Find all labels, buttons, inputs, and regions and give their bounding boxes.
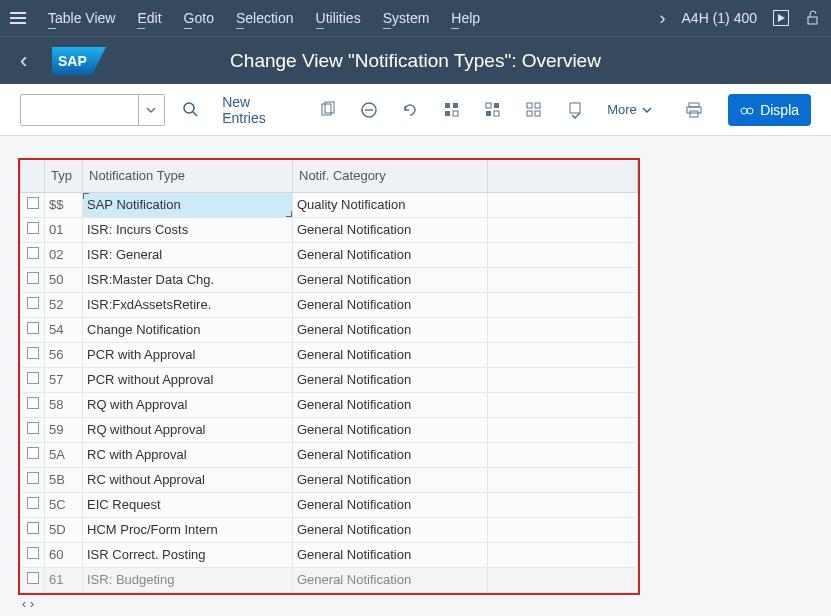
row-notif-category[interactable]: General Notification bbox=[293, 317, 488, 342]
search-icon[interactable] bbox=[175, 94, 206, 126]
select-block-icon[interactable] bbox=[477, 94, 508, 126]
row-notification-type[interactable]: PCR with Approval bbox=[83, 342, 293, 367]
header-typ[interactable]: Typ bbox=[45, 160, 83, 192]
table-row[interactable]: 61ISR: BudgetingGeneral Notification bbox=[21, 567, 638, 592]
row-typ[interactable]: $$ bbox=[45, 192, 83, 217]
row-typ[interactable]: 56 bbox=[45, 342, 83, 367]
row-notification-type[interactable]: ISR Correct. Posting bbox=[83, 542, 293, 567]
header-checkbox[interactable] bbox=[21, 160, 45, 192]
row-notification-type[interactable]: RC without Approval bbox=[83, 467, 293, 492]
row-notification-type[interactable]: PCR without Approval bbox=[83, 367, 293, 392]
row-checkbox[interactable] bbox=[21, 492, 45, 517]
table-row[interactable]: 58RQ with ApprovalGeneral Notification bbox=[21, 392, 638, 417]
row-typ[interactable]: 61 bbox=[45, 567, 83, 592]
table-row[interactable]: 02ISR: GeneralGeneral Notification bbox=[21, 242, 638, 267]
row-checkbox[interactable] bbox=[21, 392, 45, 417]
row-notif-category[interactable]: General Notification bbox=[293, 242, 488, 267]
menu-selection[interactable]: Selection bbox=[236, 10, 294, 26]
new-entries-button[interactable]: New Entries bbox=[216, 94, 302, 126]
table-row[interactable]: 57PCR without ApprovalGeneral Notificati… bbox=[21, 367, 638, 392]
menu-icon[interactable] bbox=[10, 12, 26, 24]
row-checkbox[interactable] bbox=[21, 317, 45, 342]
row-typ[interactable]: 57 bbox=[45, 367, 83, 392]
row-typ[interactable]: 59 bbox=[45, 417, 83, 442]
delete-icon[interactable] bbox=[353, 94, 384, 126]
header-notif-type[interactable]: Notification Type bbox=[83, 160, 293, 192]
table-row[interactable]: 01ISR: Incurs CostsGeneral Notification bbox=[21, 217, 638, 242]
row-notification-type[interactable]: Change Notification bbox=[83, 317, 293, 342]
row-notif-category[interactable]: General Notification bbox=[293, 392, 488, 417]
row-typ[interactable]: 02 bbox=[45, 242, 83, 267]
table-row[interactable]: 5BRC without ApprovalGeneral Notificatio… bbox=[21, 467, 638, 492]
row-notif-category[interactable]: General Notification bbox=[293, 267, 488, 292]
menu-table-view[interactable]: Table View bbox=[48, 10, 115, 26]
menu-utilities[interactable]: Utilities bbox=[316, 10, 361, 26]
config-icon[interactable] bbox=[560, 94, 591, 126]
row-notif-category[interactable]: General Notification bbox=[293, 442, 488, 467]
display-button[interactable]: Displa bbox=[728, 94, 811, 126]
row-typ[interactable]: 60 bbox=[45, 542, 83, 567]
row-notification-type[interactable]: ISR:FxdAssetsRetire. bbox=[83, 292, 293, 317]
row-notification-type[interactable]: HCM Proc/Form Intern bbox=[83, 517, 293, 542]
menu-goto[interactable]: Goto bbox=[184, 10, 214, 26]
table-row[interactable]: 5DHCM Proc/Form InternGeneral Notificati… bbox=[21, 517, 638, 542]
pager-prev-icon[interactable]: ‹ bbox=[22, 597, 26, 611]
print-icon[interactable] bbox=[679, 94, 710, 126]
row-notification-type[interactable]: RC with Approval bbox=[83, 442, 293, 467]
row-checkbox[interactable] bbox=[21, 292, 45, 317]
row-typ[interactable]: 50 bbox=[45, 267, 83, 292]
table-row[interactable]: 54Change NotificationGeneral Notificatio… bbox=[21, 317, 638, 342]
back-button[interactable]: ‹ bbox=[20, 48, 27, 74]
row-checkbox[interactable] bbox=[21, 367, 45, 392]
row-notification-type[interactable]: SAP Notification bbox=[83, 192, 293, 217]
table-row[interactable]: 52ISR:FxdAssetsRetire.General Notificati… bbox=[21, 292, 638, 317]
row-notif-category[interactable]: General Notification bbox=[293, 217, 488, 242]
row-notification-type[interactable]: ISR: Budgeting bbox=[83, 567, 293, 592]
table-row[interactable]: 56PCR with ApprovalGeneral Notification bbox=[21, 342, 638, 367]
table-row[interactable]: $$SAP NotificationQuality Notification bbox=[21, 192, 638, 217]
row-notif-category[interactable]: General Notification bbox=[293, 467, 488, 492]
copy-icon[interactable] bbox=[312, 94, 343, 126]
undo-icon[interactable] bbox=[395, 94, 426, 126]
row-notification-type[interactable]: ISR: General bbox=[83, 242, 293, 267]
row-checkbox[interactable] bbox=[21, 267, 45, 292]
table-row[interactable]: 59RQ without ApprovalGeneral Notificatio… bbox=[21, 417, 638, 442]
menu-help[interactable]: Help bbox=[451, 10, 480, 26]
more-button[interactable]: More bbox=[601, 102, 659, 117]
row-checkbox[interactable] bbox=[21, 417, 45, 442]
row-typ[interactable]: 58 bbox=[45, 392, 83, 417]
row-checkbox[interactable] bbox=[21, 542, 45, 567]
row-typ[interactable]: 5B bbox=[45, 467, 83, 492]
header-notif-category[interactable]: Notif. Category bbox=[293, 160, 488, 192]
row-checkbox[interactable] bbox=[21, 242, 45, 267]
table-row[interactable]: 50ISR:Master Data Chg.General Notificati… bbox=[21, 267, 638, 292]
row-notif-category[interactable]: General Notification bbox=[293, 542, 488, 567]
row-notif-category[interactable]: General Notification bbox=[293, 517, 488, 542]
menu-edit[interactable]: Edit bbox=[137, 10, 161, 26]
row-typ[interactable]: 5D bbox=[45, 517, 83, 542]
row-checkbox[interactable] bbox=[21, 192, 45, 217]
notification-table[interactable]: Typ Notification Type Notif. Category $$… bbox=[20, 160, 638, 593]
row-notification-type[interactable]: RQ without Approval bbox=[83, 417, 293, 442]
chevron-right-icon[interactable]: › bbox=[660, 8, 666, 29]
row-checkbox[interactable] bbox=[21, 442, 45, 467]
row-notif-category[interactable]: General Notification bbox=[293, 417, 488, 442]
row-typ[interactable]: 01 bbox=[45, 217, 83, 242]
table-row[interactable]: 5CEIC RequestGeneral Notification bbox=[21, 492, 638, 517]
select-all-icon[interactable] bbox=[436, 94, 467, 126]
row-checkbox[interactable] bbox=[21, 467, 45, 492]
row-notification-type[interactable]: RQ with Approval bbox=[83, 392, 293, 417]
row-typ[interactable]: 5C bbox=[45, 492, 83, 517]
row-notif-category[interactable]: General Notification bbox=[293, 292, 488, 317]
row-typ[interactable]: 54 bbox=[45, 317, 83, 342]
row-typ[interactable]: 52 bbox=[45, 292, 83, 317]
row-notification-type[interactable]: ISR: Incurs Costs bbox=[83, 217, 293, 242]
row-checkbox[interactable] bbox=[21, 517, 45, 542]
view-dropdown[interactable] bbox=[20, 94, 165, 126]
table-pager[interactable]: ‹ › bbox=[22, 597, 819, 611]
row-typ[interactable]: 5A bbox=[45, 442, 83, 467]
row-notification-type[interactable]: ISR:Master Data Chg. bbox=[83, 267, 293, 292]
table-row[interactable]: 5ARC with ApprovalGeneral Notification bbox=[21, 442, 638, 467]
table-row[interactable]: 60ISR Correct. PostingGeneral Notificati… bbox=[21, 542, 638, 567]
row-notif-category[interactable]: General Notification bbox=[293, 567, 488, 592]
